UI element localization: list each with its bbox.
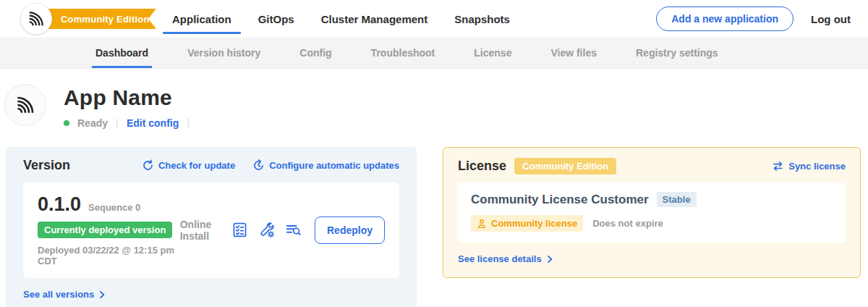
configure-automatic-updates-label: Configure automatic updates (269, 160, 399, 171)
sequence-label: Sequence 0 (88, 202, 140, 213)
preflight-checks-icon[interactable] (231, 222, 248, 238)
community-edition-ribbon-label: Community Edition (61, 14, 150, 25)
see-license-details-label: See license details (458, 253, 542, 264)
sync-license-label: Sync license (788, 161, 846, 172)
chevron-right-icon (98, 290, 106, 299)
license-type-badge: Community license (471, 215, 583, 232)
customer-name: Community License Customer (471, 193, 649, 207)
currently-deployed-badge: Currently deployed version (38, 222, 172, 238)
current-version-panel: 0.1.0 Sequence 0 Currently deployed vers… (23, 182, 399, 278)
version-number: 0.1.0 (38, 193, 81, 216)
app-avatar (4, 84, 46, 126)
version-card-actions: Check for update Configure automatic upd… (142, 159, 399, 172)
clock-refresh-icon (252, 159, 265, 172)
top-nav: Community Edition Application GitOps Clu… (0, 0, 868, 38)
install-type-label: Online Install (180, 219, 220, 242)
deployed-timestamp: Deployed 03/22/22 @ 12:15 pm CDT (38, 245, 180, 266)
divider: | (187, 117, 190, 129)
see-license-details-link[interactable]: See license details (458, 253, 846, 264)
license-card: License Community Edition Sync license C… (443, 147, 861, 278)
version-details: 0.1.0 Sequence 0 Currently deployed vers… (38, 193, 180, 266)
configure-automatic-updates-link[interactable]: Configure automatic updates (252, 159, 399, 172)
license-card-header: License Community Edition Sync license (458, 158, 846, 174)
community-edition-ribbon: Community Edition (35, 9, 156, 29)
redeploy-button[interactable]: Redeploy (315, 216, 385, 244)
subnav-item-registry-settings[interactable]: Registry settings (616, 38, 738, 68)
edit-config-link[interactable]: Edit config (127, 117, 179, 129)
subnav-item-dashboard[interactable]: Dashboard (76, 38, 168, 68)
brand: Community Edition (20, 3, 158, 35)
topnav-links: Application GitOps Cluster Management Sn… (172, 0, 510, 38)
status-dot (64, 120, 69, 126)
version-card-title: Version (23, 158, 70, 173)
topnav-item-snapshots[interactable]: Snapshots (454, 0, 510, 38)
license-details-panel: Community License Customer Stable Commun… (458, 182, 846, 243)
topnav-right: Add a new application Log out (656, 7, 851, 31)
chevron-right-icon (545, 255, 554, 264)
license-card-title: License (458, 159, 506, 174)
license-type-label: Community license (491, 218, 577, 229)
check-for-update-label: Check for update (158, 160, 235, 171)
replicated-logo-icon (14, 94, 36, 116)
see-all-versions-link[interactable]: See all versions (23, 289, 399, 300)
divider: | (116, 117, 119, 129)
version-card: Version Check for update (6, 147, 417, 307)
community-edition-badge: Community Edition (514, 158, 616, 174)
sub-nav: Dashboard Version history Config Trouble… (0, 38, 868, 69)
see-all-versions-label: See all versions (23, 289, 94, 300)
add-new-application-button[interactable]: Add a new application (656, 7, 793, 31)
swap-arrows-icon (772, 160, 784, 172)
version-card-header: Version Check for update (23, 158, 399, 173)
customer-row: Community License Customer Stable (471, 192, 833, 207)
app-logo[interactable] (20, 3, 52, 35)
subnav-item-config[interactable]: Config (280, 38, 351, 68)
person-icon (477, 219, 487, 229)
license-type-row: Community license Does not expire (471, 215, 833, 232)
app-header: App Name Ready | Edit config | (4, 84, 868, 129)
version-number-row: 0.1.0 Sequence 0 (38, 193, 180, 216)
app-status-row: Ready | Edit config | (64, 117, 190, 129)
page-title: App Name (64, 85, 190, 110)
version-actions: Online Install (180, 216, 385, 244)
config-wrench-icon[interactable] (258, 222, 275, 238)
topnav-item-gitops[interactable]: GitOps (258, 0, 294, 38)
topnav-item-application[interactable]: Application (172, 0, 231, 38)
view-diff-icon[interactable] (285, 222, 302, 238)
subnav-item-view-files[interactable]: View files (531, 38, 616, 68)
replicated-logo-icon (27, 9, 46, 28)
dashboard-content: Version Check for update (0, 129, 868, 307)
refresh-icon (142, 159, 154, 172)
channel-badge: Stable (657, 192, 697, 207)
status-badge: Ready (77, 117, 108, 129)
check-for-update-link[interactable]: Check for update (142, 159, 235, 172)
logout-button[interactable]: Log out (811, 13, 851, 25)
subnav-item-license[interactable]: License (454, 38, 531, 68)
topnav-item-cluster-management[interactable]: Cluster Management (321, 0, 428, 38)
subnav-item-troubleshoot[interactable]: Troubleshoot (352, 38, 455, 68)
app-info: App Name Ready | Edit config | (64, 84, 190, 129)
sync-license-link[interactable]: Sync license (772, 160, 846, 172)
subnav-item-version-history[interactable]: Version history (168, 38, 280, 68)
expiry-text: Does not expire (592, 218, 663, 229)
